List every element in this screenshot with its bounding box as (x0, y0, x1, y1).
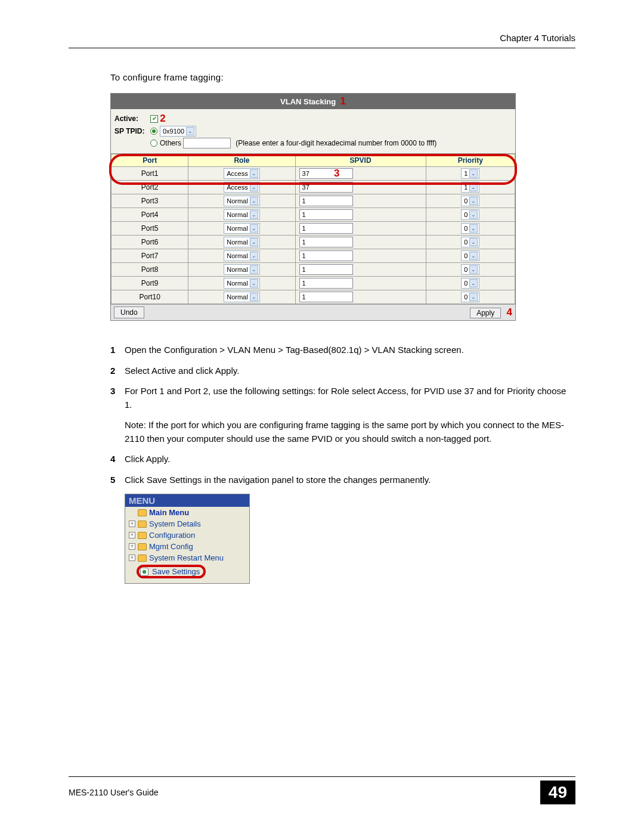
menu-item-label: Mgmt Config (149, 542, 193, 551)
chevron-down-icon: ⌄ (469, 197, 478, 205)
role-select[interactable]: Normal⌄ (224, 278, 259, 289)
menu-main[interactable]: Main Menu (125, 507, 249, 518)
role-select[interactable]: Normal⌄ (224, 250, 259, 261)
footer-rule (69, 776, 575, 777)
apply-button[interactable]: Apply (470, 308, 501, 318)
chapter-header: Chapter 4 Tutorials (69, 33, 575, 43)
tpid-radio-preset[interactable] (150, 128, 157, 135)
priority-select[interactable]: 1⌄ (461, 168, 479, 179)
nav-menu-panel: MENU Main Menu +System Details+Configura… (125, 494, 250, 584)
expand-icon[interactable]: + (129, 555, 135, 561)
role-select[interactable]: Normal⌄ (224, 196, 259, 206)
step-text-5: Click Save Settings in the navigation pa… (125, 473, 575, 487)
table-row: Port1Access⌄1⌄ (112, 167, 515, 181)
others-input[interactable] (183, 138, 231, 148)
vlan-bottom-bar: Undo Apply 4 (111, 304, 515, 320)
priority-select[interactable]: 0⌄ (461, 278, 479, 289)
menu-item-label: System Restart Menu (149, 553, 224, 562)
role-select[interactable]: Access⌄ (224, 168, 259, 179)
spvid-input[interactable] (299, 168, 353, 179)
chevron-down-icon: ⌄ (469, 252, 478, 260)
intro-text: To configure frame tagging: (110, 72, 575, 82)
chevron-down-icon: ⌄ (469, 293, 478, 301)
step-text-3: For Port 1 and Port 2, use the following… (125, 385, 575, 411)
priority-select[interactable]: 0⌄ (461, 196, 479, 206)
step-text-2: Select Active and click Apply. (125, 364, 575, 378)
menu-item-label: System Details (149, 519, 201, 528)
spvid-input[interactable] (299, 237, 353, 247)
expand-icon[interactable]: + (129, 521, 135, 527)
priority-select[interactable]: 0⌄ (461, 264, 479, 275)
spvid-input[interactable] (299, 182, 353, 193)
port-cell: Port8 (112, 263, 188, 277)
spvid-input[interactable] (299, 264, 353, 275)
chevron-down-icon: ⌄ (250, 252, 258, 260)
table-row: Port5Normal⌄0⌄ (112, 222, 515, 236)
menu-item[interactable]: +Configuration (125, 529, 249, 541)
tpid-select[interactable]: 0x9100 ⌄ (160, 126, 196, 137)
chevron-down-icon: ⌄ (250, 197, 258, 205)
port-cell: Port4 (112, 208, 188, 222)
role-select[interactable]: Normal⌄ (224, 223, 259, 234)
role-select[interactable]: Normal⌄ (224, 209, 259, 220)
chevron-down-icon: ⌄ (250, 224, 258, 233)
role-select[interactable]: Normal⌄ (224, 237, 259, 247)
step-num-5: 5 (110, 473, 125, 487)
menu-item-label: Configuration (149, 531, 195, 540)
priority-select[interactable]: 0⌄ (461, 223, 479, 234)
folder-icon (138, 532, 147, 539)
chevron-down-icon: ⌄ (250, 279, 258, 287)
table-row: Port7Normal⌄0⌄ (112, 249, 515, 263)
tpid-value: 0x9100 (163, 128, 184, 135)
chevron-down-icon: ⌄ (250, 169, 258, 178)
role-select[interactable]: Normal⌄ (224, 292, 259, 302)
spvid-input[interactable] (299, 250, 353, 261)
chevron-down-icon: ⌄ (469, 224, 478, 233)
folder-icon (138, 509, 147, 516)
menu-item[interactable]: +System Details (125, 518, 249, 529)
expand-icon[interactable]: + (129, 543, 135, 550)
chevron-down-icon: ⌄ (186, 127, 194, 135)
priority-select[interactable]: 0⌄ (461, 250, 479, 261)
tpid-radio-others[interactable] (150, 140, 157, 147)
role-select[interactable]: Access⌄ (224, 182, 259, 193)
th-role: Role (188, 154, 295, 167)
undo-button[interactable]: Undo (114, 306, 144, 318)
th-port: Port (112, 154, 188, 167)
chevron-down-icon: ⌄ (469, 238, 478, 246)
chevron-down-icon: ⌄ (469, 265, 478, 274)
menu-save-settings[interactable]: Save Settings (125, 563, 249, 580)
vlan-title-bar: VLAN Stacking 1 (111, 94, 515, 109)
callout-4: 4 (507, 306, 512, 318)
menu-save-label: Save Settings (152, 567, 200, 576)
menu-item[interactable]: +System Restart Menu (125, 552, 249, 563)
active-checkbox[interactable]: ✔ (150, 115, 158, 123)
priority-select[interactable]: 1⌄ (461, 182, 479, 193)
callout-1: 1 (340, 95, 345, 107)
port-cell: Port6 (112, 236, 188, 249)
menu-item[interactable]: +Mgmt Config (125, 541, 249, 552)
role-select[interactable]: Normal⌄ (224, 264, 259, 275)
step-num-4: 4 (110, 453, 125, 466)
menu-main-label: Main Menu (149, 508, 189, 517)
chevron-down-icon: ⌄ (469, 169, 478, 178)
port-cell: Port9 (112, 277, 188, 290)
page-number: 49 (540, 781, 575, 804)
priority-select[interactable]: 0⌄ (461, 209, 479, 220)
port-table: Port Role SPVID Priority Port1Access⌄1⌄P… (111, 154, 515, 304)
table-row: Port9Normal⌄0⌄ (112, 277, 515, 290)
expand-icon[interactable]: + (129, 532, 135, 538)
chevron-down-icon: ⌄ (250, 293, 258, 301)
callout-3: 3 (334, 168, 339, 179)
spvid-input[interactable] (299, 209, 353, 220)
menu-title: MENU (125, 494, 249, 507)
chevron-down-icon: ⌄ (250, 238, 258, 246)
spvid-input[interactable] (299, 196, 353, 206)
priority-select[interactable]: 0⌄ (461, 237, 479, 247)
priority-select[interactable]: 0⌄ (461, 292, 479, 302)
spvid-input[interactable] (299, 223, 353, 234)
chevron-down-icon: ⌄ (469, 279, 478, 287)
spvid-input[interactable] (299, 278, 353, 289)
port-cell: Port7 (112, 249, 188, 263)
spvid-input[interactable] (299, 292, 353, 302)
